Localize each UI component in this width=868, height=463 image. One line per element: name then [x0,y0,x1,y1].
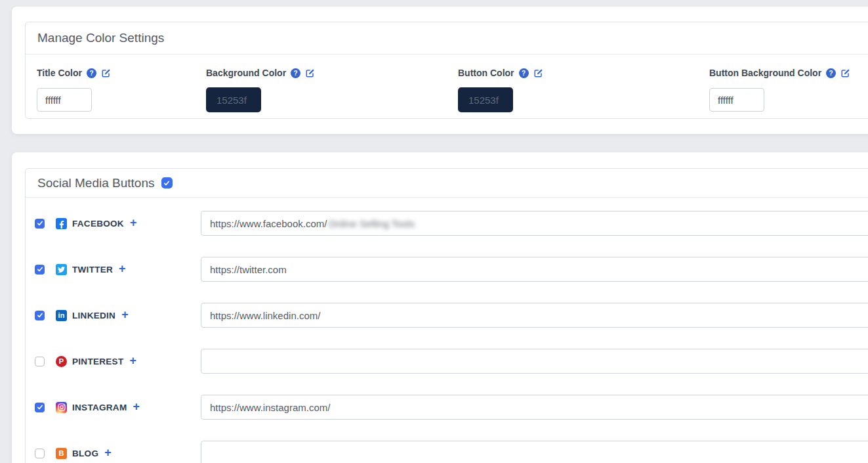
twitter-label: TWITTER [72,265,113,275]
pinterest-row: PPINTEREST+ [26,338,868,384]
instagram-icon [56,402,67,413]
button-background-color-field: Button Background Color? [709,66,850,112]
social-media-card: Social Media Buttons FACEBOOK+https://ww… [25,168,868,463]
button-background-color-label: Button Background Color [709,68,821,78]
instagram-checkbox[interactable] [35,403,45,412]
blog-label: BLOG [72,449,98,458]
instagram-url-input[interactable]: https://www.instagram.com/ [201,395,868,420]
facebook-url-input[interactable]: https://www.facebook.com/Online Selling … [201,211,868,236]
twitter-url-input[interactable]: https://twitter.com [201,257,868,282]
edit-pencil-icon[interactable] [533,68,543,78]
linkedin-add-plus-icon[interactable]: + [121,309,129,320]
linkedin-label: LINKEDIN [72,311,115,320]
question-circle-icon[interactable]: ? [291,68,300,78]
facebook-checkbox[interactable] [35,219,45,229]
edit-pencil-icon[interactable] [101,68,111,78]
instagram-label: INSTAGRAM [72,403,127,412]
button-color-label: Button Color [458,68,514,78]
twitter-url-value: https://twitter.com [210,264,287,275]
facebook-icon [56,218,67,229]
pinterest-checkbox[interactable] [35,357,45,366]
blog-icon: B [56,448,67,459]
twitter-checkbox[interactable] [35,265,45,275]
social-media-title: Social Media Buttons [37,176,155,190]
social-media-enable-checkbox[interactable] [161,177,173,188]
background-color-swatch[interactable]: 15253f [206,87,261,112]
pinterest-url-input[interactable] [201,349,868,374]
question-circle-icon[interactable]: ? [826,68,836,78]
color-settings-title: Manage Color Settings [26,22,868,55]
button-background-color-label-row: Button Background Color? [709,66,850,80]
edit-pencil-icon[interactable] [305,68,315,78]
background-color-label: Background Color [206,68,286,78]
twitter-row: TWITTER+https://twitter.com [26,246,868,292]
facebook-url-redacted-text: Online Selling Tools [328,218,414,229]
pinterest-icon: P [56,356,67,367]
button-color-label-row: Button Color? [458,66,543,80]
linkedin-row: inLINKEDIN+https://www.linkedin.com/ [26,292,868,338]
title-color-field: Title Color? [37,66,111,112]
question-circle-icon[interactable]: ? [519,68,529,78]
pinterest-label: PINTEREST [72,357,123,366]
blog-add-plus-icon[interactable]: + [104,447,112,458]
instagram-url-value: https://www.instagram.com/ [210,402,330,413]
facebook-add-plus-icon[interactable]: + [130,217,137,229]
title-color-label-row: Title Color? [37,66,111,80]
social-media-header: Social Media Buttons [26,169,868,198]
social-media-rows: FACEBOOK+https://www.facebook.com/Online… [26,198,868,463]
blog-checkbox[interactable] [35,449,45,458]
facebook-row: FACEBOOK+https://www.facebook.com/Online… [26,200,868,246]
facebook-url-value: https://www.facebook.com/ [210,218,327,229]
title-color-input[interactable] [37,88,92,112]
twitter-icon [56,264,67,275]
button-background-color-input[interactable] [709,88,764,112]
linkedin-url-value: https://www.linkedin.com/ [210,310,320,321]
social-media-panel: Social Media Buttons FACEBOOK+https://ww… [12,152,868,463]
blog-row: BBLOG+ [26,430,868,463]
color-settings-panel: Manage Color Settings Title Color?Backgr… [12,7,868,134]
background-color-label-row: Background Color? [206,66,315,80]
linkedin-url-input[interactable]: https://www.linkedin.com/ [201,303,868,328]
title-color-label: Title Color [37,68,82,78]
edit-pencil-icon[interactable] [840,68,850,78]
color-settings-card: Manage Color Settings Title Color?Backgr… [25,22,868,119]
blog-url-input[interactable] [201,441,868,463]
color-settings-body: Title Color?Background Color?15253fButto… [26,55,868,118]
question-circle-icon[interactable]: ? [87,68,96,78]
instagram-row: INSTAGRAM+https://www.instagram.com/ [26,384,868,430]
twitter-add-plus-icon[interactable]: + [119,263,126,275]
linkedin-checkbox[interactable] [35,311,45,320]
linkedin-icon: in [56,310,67,321]
background-color-field: Background Color?15253f [206,66,315,112]
button-color-field: Button Color?15253f [458,66,543,112]
facebook-label: FACEBOOK [72,219,124,229]
pinterest-add-plus-icon[interactable]: + [129,355,136,366]
button-color-swatch[interactable]: 15253f [458,87,513,112]
instagram-add-plus-icon[interactable]: + [133,401,140,412]
